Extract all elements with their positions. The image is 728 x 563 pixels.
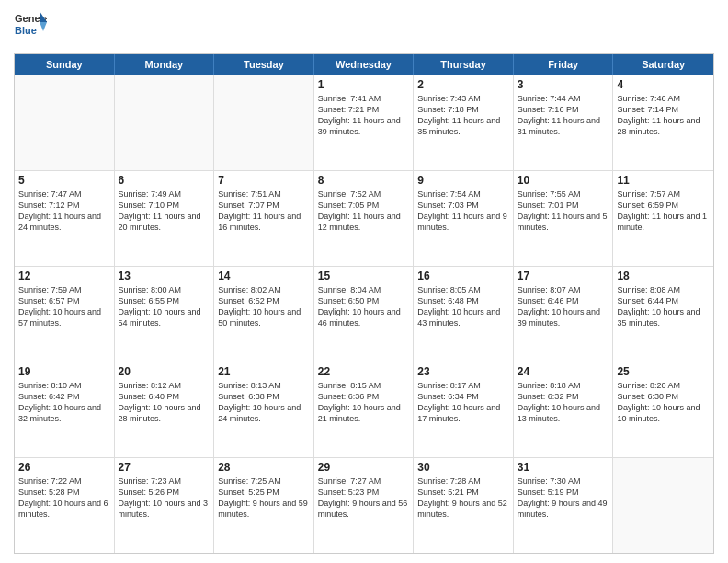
calendar-body: 1Sunrise: 7:41 AM Sunset: 7:21 PM Daylig… [15, 75, 713, 553]
cell-day-number: 26 [18, 461, 110, 474]
cell-sun-info: Sunrise: 8:10 AM Sunset: 6:42 PM Dayligh… [18, 380, 110, 425]
cell-sun-info: Sunrise: 7:30 AM Sunset: 5:19 PM Dayligh… [518, 476, 609, 521]
calendar-cell: 23Sunrise: 8:17 AM Sunset: 6:34 PM Dayli… [414, 362, 514, 457]
cell-sun-info: Sunrise: 7:27 AM Sunset: 5:23 PM Dayligh… [318, 476, 410, 521]
calendar-cell: 4Sunrise: 7:46 AM Sunset: 7:14 PM Daylig… [613, 75, 713, 170]
cell-day-number: 19 [18, 365, 110, 378]
cell-sun-info: Sunrise: 7:59 AM Sunset: 6:57 PM Dayligh… [18, 284, 110, 329]
cell-day-number: 28 [218, 461, 310, 474]
calendar: SundayMondayTuesdayWednesdayThursdayFrid… [14, 53, 714, 554]
cell-day-number: 18 [617, 270, 710, 282]
calendar-cell: 22Sunrise: 8:15 AM Sunset: 6:36 PM Dayli… [314, 362, 415, 457]
calendar-cell: 25Sunrise: 8:20 AM Sunset: 6:30 PM Dayli… [613, 362, 713, 457]
cal-header-monday: Monday [115, 54, 215, 75]
cell-sun-info: Sunrise: 8:04 AM Sunset: 6:50 PM Dayligh… [318, 284, 410, 329]
calendar-cell: 11Sunrise: 7:57 AM Sunset: 6:59 PM Dayli… [613, 171, 713, 266]
cell-sun-info: Sunrise: 7:44 AM Sunset: 7:16 PM Dayligh… [518, 93, 609, 138]
cell-sun-info: Sunrise: 7:23 AM Sunset: 5:26 PM Dayligh… [119, 476, 210, 521]
calendar-cell: 30Sunrise: 7:28 AM Sunset: 5:21 PM Dayli… [414, 458, 514, 553]
cell-sun-info: Sunrise: 8:02 AM Sunset: 6:52 PM Dayligh… [218, 284, 310, 329]
cell-day-number: 7 [218, 174, 310, 187]
cell-day-number: 5 [18, 174, 110, 187]
calendar-week-4: 19Sunrise: 8:10 AM Sunset: 6:42 PM Dayli… [15, 362, 713, 457]
calendar-cell: 31Sunrise: 7:30 AM Sunset: 5:19 PM Dayli… [514, 458, 614, 553]
cell-day-number: 14 [218, 270, 310, 282]
cell-sun-info: Sunrise: 7:22 AM Sunset: 5:28 PM Dayligh… [18, 476, 110, 521]
cell-day-number: 15 [318, 270, 410, 282]
cell-sun-info: Sunrise: 7:54 AM Sunset: 7:03 PM Dayligh… [417, 189, 509, 234]
calendar-cell [613, 458, 713, 553]
calendar-cell: 15Sunrise: 8:04 AM Sunset: 6:50 PM Dayli… [314, 267, 415, 362]
cell-day-number: 8 [318, 174, 410, 187]
calendar-cell: 28Sunrise: 7:25 AM Sunset: 5:25 PM Dayli… [214, 458, 314, 553]
calendar-cell: 26Sunrise: 7:22 AM Sunset: 5:28 PM Dayli… [15, 458, 115, 553]
calendar-cell: 20Sunrise: 8:12 AM Sunset: 6:40 PM Dayli… [115, 362, 215, 457]
calendar-week-1: 1Sunrise: 7:41 AM Sunset: 7:21 PM Daylig… [15, 75, 713, 170]
cell-sun-info: Sunrise: 7:41 AM Sunset: 7:21 PM Dayligh… [318, 93, 410, 138]
cal-header-tuesday: Tuesday [214, 54, 314, 75]
cell-day-number: 4 [617, 78, 710, 91]
cell-day-number: 9 [417, 174, 509, 187]
calendar-cell: 9Sunrise: 7:54 AM Sunset: 7:03 PM Daylig… [414, 171, 514, 266]
cell-sun-info: Sunrise: 7:57 AM Sunset: 6:59 PM Dayligh… [617, 189, 710, 234]
calendar-cell: 14Sunrise: 8:02 AM Sunset: 6:52 PM Dayli… [214, 267, 314, 362]
cell-day-number: 1 [318, 78, 410, 91]
cal-header-thursday: Thursday [414, 54, 514, 75]
calendar-cell: 13Sunrise: 8:00 AM Sunset: 6:55 PM Dayli… [115, 267, 215, 362]
cal-header-friday: Friday [514, 54, 614, 75]
cell-sun-info: Sunrise: 8:08 AM Sunset: 6:44 PM Dayligh… [617, 284, 710, 329]
calendar-week-2: 5Sunrise: 7:47 AM Sunset: 7:12 PM Daylig… [15, 170, 713, 266]
cell-day-number: 17 [518, 270, 609, 282]
calendar-cell: 24Sunrise: 8:18 AM Sunset: 6:32 PM Dayli… [514, 362, 614, 457]
page-header: General Blue [14, 9, 714, 46]
calendar-cell: 19Sunrise: 8:10 AM Sunset: 6:42 PM Dayli… [15, 362, 115, 457]
cal-header-saturday: Saturday [613, 54, 713, 75]
calendar-cell: 5Sunrise: 7:47 AM Sunset: 7:12 PM Daylig… [15, 171, 115, 266]
logo: General Blue [14, 9, 47, 46]
cell-sun-info: Sunrise: 8:18 AM Sunset: 6:32 PM Dayligh… [518, 380, 609, 425]
cell-sun-info: Sunrise: 8:00 AM Sunset: 6:55 PM Dayligh… [119, 284, 210, 329]
cell-sun-info: Sunrise: 7:49 AM Sunset: 7:10 PM Dayligh… [119, 189, 210, 234]
calendar-cell: 18Sunrise: 8:08 AM Sunset: 6:44 PM Dayli… [613, 267, 713, 362]
cell-day-number: 2 [417, 78, 509, 91]
calendar-cell: 6Sunrise: 7:49 AM Sunset: 7:10 PM Daylig… [115, 171, 215, 266]
cell-day-number: 27 [119, 461, 210, 474]
cal-header-sunday: Sunday [15, 54, 115, 75]
calendar-cell [214, 75, 314, 170]
cell-sun-info: Sunrise: 7:52 AM Sunset: 7:05 PM Dayligh… [318, 189, 410, 234]
calendar-cell: 27Sunrise: 7:23 AM Sunset: 5:26 PM Dayli… [115, 458, 215, 553]
calendar-cell: 2Sunrise: 7:43 AM Sunset: 7:18 PM Daylig… [414, 75, 514, 170]
cell-day-number: 11 [617, 174, 710, 187]
calendar-cell: 1Sunrise: 7:41 AM Sunset: 7:21 PM Daylig… [314, 75, 415, 170]
calendar-cell [15, 75, 115, 170]
cell-sun-info: Sunrise: 8:07 AM Sunset: 6:46 PM Dayligh… [518, 284, 609, 329]
calendar-cell: 3Sunrise: 7:44 AM Sunset: 7:16 PM Daylig… [514, 75, 614, 170]
cell-sun-info: Sunrise: 8:13 AM Sunset: 6:38 PM Dayligh… [218, 380, 310, 425]
cell-day-number: 12 [18, 270, 110, 282]
cell-day-number: 23 [417, 365, 509, 378]
calendar-cell: 12Sunrise: 7:59 AM Sunset: 6:57 PM Dayli… [15, 267, 115, 362]
cell-day-number: 20 [119, 365, 210, 378]
cell-day-number: 24 [518, 365, 609, 378]
cell-day-number: 29 [318, 461, 410, 474]
svg-text:Blue: Blue [15, 25, 37, 36]
cell-sun-info: Sunrise: 8:17 AM Sunset: 6:34 PM Dayligh… [417, 380, 509, 425]
cell-sun-info: Sunrise: 7:55 AM Sunset: 7:01 PM Dayligh… [518, 189, 609, 234]
cal-header-wednesday: Wednesday [314, 54, 415, 75]
logo-svg: General Blue [14, 9, 47, 42]
cell-sun-info: Sunrise: 8:12 AM Sunset: 6:40 PM Dayligh… [119, 380, 210, 425]
calendar-cell: 8Sunrise: 7:52 AM Sunset: 7:05 PM Daylig… [314, 171, 415, 266]
cell-sun-info: Sunrise: 7:46 AM Sunset: 7:14 PM Dayligh… [617, 93, 710, 138]
cell-sun-info: Sunrise: 7:25 AM Sunset: 5:25 PM Dayligh… [218, 476, 310, 521]
cell-day-number: 31 [518, 461, 609, 474]
cell-sun-info: Sunrise: 7:43 AM Sunset: 7:18 PM Dayligh… [417, 93, 509, 138]
cell-day-number: 21 [218, 365, 310, 378]
cell-day-number: 22 [318, 365, 410, 378]
calendar-cell: 21Sunrise: 8:13 AM Sunset: 6:38 PM Dayli… [214, 362, 314, 457]
cell-sun-info: Sunrise: 7:51 AM Sunset: 7:07 PM Dayligh… [218, 189, 310, 234]
cell-day-number: 30 [417, 461, 509, 474]
cell-day-number: 3 [518, 78, 609, 91]
cell-sun-info: Sunrise: 8:05 AM Sunset: 6:48 PM Dayligh… [417, 284, 509, 329]
cell-day-number: 10 [518, 174, 609, 187]
cell-sun-info: Sunrise: 8:20 AM Sunset: 6:30 PM Dayligh… [617, 380, 710, 425]
